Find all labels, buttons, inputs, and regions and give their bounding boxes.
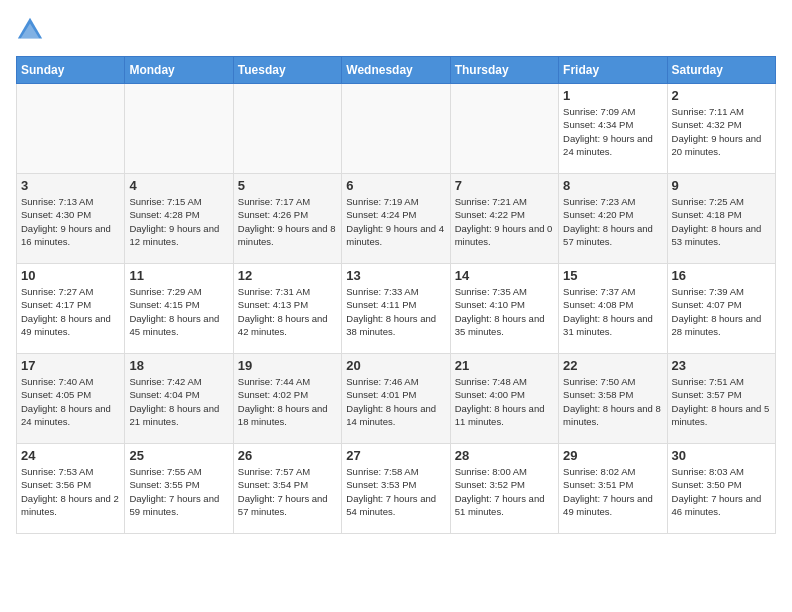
day-info: Sunrise: 7:48 AMSunset: 4:00 PMDaylight:… <box>455 375 554 428</box>
day-info: Sunrise: 8:03 AMSunset: 3:50 PMDaylight:… <box>672 465 771 518</box>
column-header-friday: Friday <box>559 57 667 84</box>
day-number: 2 <box>672 88 771 103</box>
calendar-day-cell: 15Sunrise: 7:37 AMSunset: 4:08 PMDayligh… <box>559 264 667 354</box>
day-number: 24 <box>21 448 120 463</box>
logo-icon <box>16 16 44 44</box>
day-info: Sunrise: 7:31 AMSunset: 4:13 PMDaylight:… <box>238 285 337 338</box>
day-number: 13 <box>346 268 445 283</box>
day-number: 9 <box>672 178 771 193</box>
calendar-week-row: 24Sunrise: 7:53 AMSunset: 3:56 PMDayligh… <box>17 444 776 534</box>
calendar-day-cell: 5Sunrise: 7:17 AMSunset: 4:26 PMDaylight… <box>233 174 341 264</box>
calendar-day-cell: 12Sunrise: 7:31 AMSunset: 4:13 PMDayligh… <box>233 264 341 354</box>
calendar-day-cell: 30Sunrise: 8:03 AMSunset: 3:50 PMDayligh… <box>667 444 775 534</box>
calendar-day-cell <box>450 84 558 174</box>
column-header-wednesday: Wednesday <box>342 57 450 84</box>
day-number: 15 <box>563 268 662 283</box>
day-info: Sunrise: 7:33 AMSunset: 4:11 PMDaylight:… <box>346 285 445 338</box>
day-info: Sunrise: 7:37 AMSunset: 4:08 PMDaylight:… <box>563 285 662 338</box>
calendar-table: SundayMondayTuesdayWednesdayThursdayFrid… <box>16 56 776 534</box>
calendar-day-cell: 23Sunrise: 7:51 AMSunset: 3:57 PMDayligh… <box>667 354 775 444</box>
calendar-day-cell: 2Sunrise: 7:11 AMSunset: 4:32 PMDaylight… <box>667 84 775 174</box>
day-number: 6 <box>346 178 445 193</box>
day-info: Sunrise: 7:17 AMSunset: 4:26 PMDaylight:… <box>238 195 337 248</box>
day-number: 4 <box>129 178 228 193</box>
calendar-day-cell <box>125 84 233 174</box>
day-info: Sunrise: 7:23 AMSunset: 4:20 PMDaylight:… <box>563 195 662 248</box>
calendar-day-cell: 27Sunrise: 7:58 AMSunset: 3:53 PMDayligh… <box>342 444 450 534</box>
day-info: Sunrise: 7:29 AMSunset: 4:15 PMDaylight:… <box>129 285 228 338</box>
calendar-day-cell: 19Sunrise: 7:44 AMSunset: 4:02 PMDayligh… <box>233 354 341 444</box>
column-header-monday: Monday <box>125 57 233 84</box>
day-info: Sunrise: 7:27 AMSunset: 4:17 PMDaylight:… <box>21 285 120 338</box>
column-header-saturday: Saturday <box>667 57 775 84</box>
day-info: Sunrise: 7:15 AMSunset: 4:28 PMDaylight:… <box>129 195 228 248</box>
logo <box>16 16 48 44</box>
day-info: Sunrise: 7:35 AMSunset: 4:10 PMDaylight:… <box>455 285 554 338</box>
calendar-day-cell: 3Sunrise: 7:13 AMSunset: 4:30 PMDaylight… <box>17 174 125 264</box>
day-number: 12 <box>238 268 337 283</box>
day-number: 23 <box>672 358 771 373</box>
day-info: Sunrise: 7:39 AMSunset: 4:07 PMDaylight:… <box>672 285 771 338</box>
day-number: 29 <box>563 448 662 463</box>
day-number: 27 <box>346 448 445 463</box>
column-header-tuesday: Tuesday <box>233 57 341 84</box>
day-info: Sunrise: 7:46 AMSunset: 4:01 PMDaylight:… <box>346 375 445 428</box>
calendar-day-cell <box>17 84 125 174</box>
calendar-day-cell: 18Sunrise: 7:42 AMSunset: 4:04 PMDayligh… <box>125 354 233 444</box>
calendar-day-cell: 8Sunrise: 7:23 AMSunset: 4:20 PMDaylight… <box>559 174 667 264</box>
calendar-day-cell: 7Sunrise: 7:21 AMSunset: 4:22 PMDaylight… <box>450 174 558 264</box>
day-info: Sunrise: 7:25 AMSunset: 4:18 PMDaylight:… <box>672 195 771 248</box>
day-number: 10 <box>21 268 120 283</box>
day-info: Sunrise: 7:50 AMSunset: 3:58 PMDaylight:… <box>563 375 662 428</box>
day-number: 3 <box>21 178 120 193</box>
calendar-day-cell: 13Sunrise: 7:33 AMSunset: 4:11 PMDayligh… <box>342 264 450 354</box>
day-number: 18 <box>129 358 228 373</box>
day-number: 26 <box>238 448 337 463</box>
calendar-day-cell: 1Sunrise: 7:09 AMSunset: 4:34 PMDaylight… <box>559 84 667 174</box>
calendar-day-cell: 10Sunrise: 7:27 AMSunset: 4:17 PMDayligh… <box>17 264 125 354</box>
day-info: Sunrise: 7:44 AMSunset: 4:02 PMDaylight:… <box>238 375 337 428</box>
day-info: Sunrise: 7:53 AMSunset: 3:56 PMDaylight:… <box>21 465 120 518</box>
calendar-week-row: 17Sunrise: 7:40 AMSunset: 4:05 PMDayligh… <box>17 354 776 444</box>
calendar-week-row: 1Sunrise: 7:09 AMSunset: 4:34 PMDaylight… <box>17 84 776 174</box>
calendar-day-cell: 9Sunrise: 7:25 AMSunset: 4:18 PMDaylight… <box>667 174 775 264</box>
day-number: 19 <box>238 358 337 373</box>
day-info: Sunrise: 7:11 AMSunset: 4:32 PMDaylight:… <box>672 105 771 158</box>
day-number: 22 <box>563 358 662 373</box>
day-number: 30 <box>672 448 771 463</box>
calendar-day-cell: 21Sunrise: 7:48 AMSunset: 4:00 PMDayligh… <box>450 354 558 444</box>
calendar-day-cell: 14Sunrise: 7:35 AMSunset: 4:10 PMDayligh… <box>450 264 558 354</box>
calendar-day-cell: 28Sunrise: 8:00 AMSunset: 3:52 PMDayligh… <box>450 444 558 534</box>
day-info: Sunrise: 7:19 AMSunset: 4:24 PMDaylight:… <box>346 195 445 248</box>
day-number: 7 <box>455 178 554 193</box>
calendar-day-cell: 16Sunrise: 7:39 AMSunset: 4:07 PMDayligh… <box>667 264 775 354</box>
calendar-week-row: 3Sunrise: 7:13 AMSunset: 4:30 PMDaylight… <box>17 174 776 264</box>
day-number: 28 <box>455 448 554 463</box>
calendar-day-cell <box>233 84 341 174</box>
page-header <box>16 16 776 44</box>
day-number: 14 <box>455 268 554 283</box>
day-number: 1 <box>563 88 662 103</box>
calendar-day-cell: 25Sunrise: 7:55 AMSunset: 3:55 PMDayligh… <box>125 444 233 534</box>
day-number: 8 <box>563 178 662 193</box>
day-info: Sunrise: 7:09 AMSunset: 4:34 PMDaylight:… <box>563 105 662 158</box>
day-number: 11 <box>129 268 228 283</box>
calendar-day-cell: 24Sunrise: 7:53 AMSunset: 3:56 PMDayligh… <box>17 444 125 534</box>
day-info: Sunrise: 8:02 AMSunset: 3:51 PMDaylight:… <box>563 465 662 518</box>
day-number: 21 <box>455 358 554 373</box>
day-info: Sunrise: 8:00 AMSunset: 3:52 PMDaylight:… <box>455 465 554 518</box>
day-info: Sunrise: 7:57 AMSunset: 3:54 PMDaylight:… <box>238 465 337 518</box>
day-number: 20 <box>346 358 445 373</box>
calendar-day-cell: 17Sunrise: 7:40 AMSunset: 4:05 PMDayligh… <box>17 354 125 444</box>
day-info: Sunrise: 7:42 AMSunset: 4:04 PMDaylight:… <box>129 375 228 428</box>
day-number: 17 <box>21 358 120 373</box>
day-info: Sunrise: 7:55 AMSunset: 3:55 PMDaylight:… <box>129 465 228 518</box>
day-info: Sunrise: 7:21 AMSunset: 4:22 PMDaylight:… <box>455 195 554 248</box>
calendar-day-cell: 22Sunrise: 7:50 AMSunset: 3:58 PMDayligh… <box>559 354 667 444</box>
calendar-header-row: SundayMondayTuesdayWednesdayThursdayFrid… <box>17 57 776 84</box>
calendar-day-cell: 4Sunrise: 7:15 AMSunset: 4:28 PMDaylight… <box>125 174 233 264</box>
column-header-thursday: Thursday <box>450 57 558 84</box>
calendar-day-cell: 6Sunrise: 7:19 AMSunset: 4:24 PMDaylight… <box>342 174 450 264</box>
column-header-sunday: Sunday <box>17 57 125 84</box>
day-number: 16 <box>672 268 771 283</box>
